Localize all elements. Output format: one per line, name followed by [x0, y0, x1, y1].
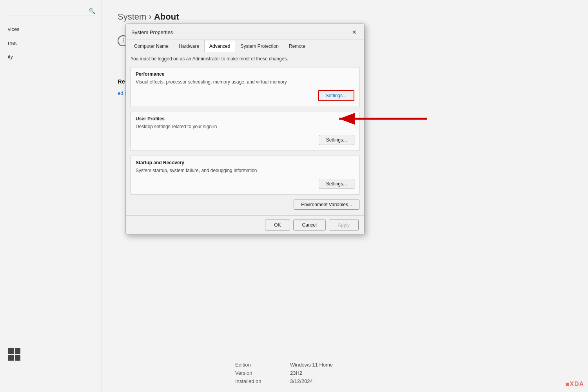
tab-system-protection[interactable]: System Protection — [235, 40, 283, 52]
version-row: Version 23H2 — [235, 370, 333, 376]
edition-row: Edition Windows 11 Home — [235, 362, 333, 368]
dialog-titlebar: System Properties ✕ — [126, 24, 364, 40]
dialog-title: System Properties — [131, 29, 173, 35]
apply-button[interactable]: Apply — [329, 220, 359, 230]
performance-desc: Visual effects, processor scheduling, me… — [136, 79, 354, 85]
sidebar-item-vices[interactable]: vices — [0, 22, 102, 36]
breadcrumb-current: About — [154, 12, 179, 22]
system-properties-dialog: System Properties ✕ Computer Name Hardwa… — [125, 24, 365, 235]
user-profiles-desc: Desktop settings related to your sign-in — [136, 124, 354, 129]
env-vars-row: Environment Variables... — [131, 200, 359, 210]
dialog-tabs: Computer Name Hardware Advanced System P… — [126, 40, 364, 52]
breadcrumb: System › About — [118, 12, 572, 22]
windows-logo — [8, 348, 20, 361]
performance-btn-row: Settings... — [136, 90, 354, 101]
sidebar-item-rnet[interactable]: rnet — [0, 36, 102, 50]
breadcrumb-prefix: System — [118, 12, 146, 22]
startup-recovery-title: Startup and Recovery — [136, 160, 354, 165]
installed-row: Installed on 3/12/2024 — [235, 378, 333, 384]
installed-value: 3/12/2024 — [290, 378, 313, 384]
installed-label: Installed on — [235, 378, 282, 384]
version-value: 23H2 — [290, 370, 302, 376]
windows-logo-area — [8, 348, 20, 361]
ok-button[interactable]: OK — [265, 220, 290, 230]
user-profiles-settings-button[interactable]: Settings... — [319, 135, 354, 145]
user-profiles-section: User Profiles Desktop settings related t… — [131, 112, 359, 151]
dialog-close-button[interactable]: ✕ — [350, 28, 359, 36]
user-profiles-btn-row: Settings... — [136, 135, 354, 145]
sidebar-item-ity[interactable]: ity — [0, 50, 102, 64]
xda-watermark: ■XDA — [566, 380, 584, 388]
user-profiles-title: User Profiles — [136, 116, 354, 122]
environment-variables-button[interactable]: Environment Variables... — [294, 200, 359, 210]
dialog-body: You must be logged on as an Administrato… — [126, 52, 364, 215]
performance-title: Performance — [136, 71, 354, 77]
tab-remote[interactable]: Remote — [284, 40, 310, 52]
performance-settings-button[interactable]: Settings... — [318, 90, 354, 101]
spec-table: Edition Windows 11 Home Version 23H2 Ins… — [235, 362, 333, 384]
edition-value: Windows 11 Home — [290, 362, 333, 368]
search-icon: 🔍 — [89, 8, 95, 14]
tab-hardware[interactable]: Hardware — [174, 40, 204, 52]
breadcrumb-separator: › — [149, 12, 154, 22]
startup-recovery-btn-row: Settings... — [136, 179, 354, 189]
sidebar: 🔍 vices rnet ity — [0, 0, 102, 392]
tab-computer-name[interactable]: Computer Name — [129, 40, 174, 52]
search-input[interactable] — [6, 8, 69, 14]
cancel-button[interactable]: Cancel — [293, 220, 326, 230]
dialog-footer: OK Cancel Apply — [126, 215, 364, 234]
startup-recovery-desc: System startup, system failure, and debu… — [136, 168, 354, 173]
search-box[interactable]: 🔍 — [6, 8, 95, 16]
performance-section: Performance Visual effects, processor sc… — [131, 67, 359, 107]
tab-advanced[interactable]: Advanced — [204, 40, 235, 52]
admin-note: You must be logged on as an Administrato… — [131, 56, 359, 62]
version-label: Version — [235, 370, 282, 376]
bottom-specs: Edition Windows 11 Home Version 23H2 Ins… — [235, 362, 333, 384]
startup-recovery-section: Startup and Recovery System startup, sys… — [131, 156, 359, 195]
startup-recovery-settings-button[interactable]: Settings... — [319, 179, 354, 189]
edition-label: Edition — [235, 362, 282, 368]
